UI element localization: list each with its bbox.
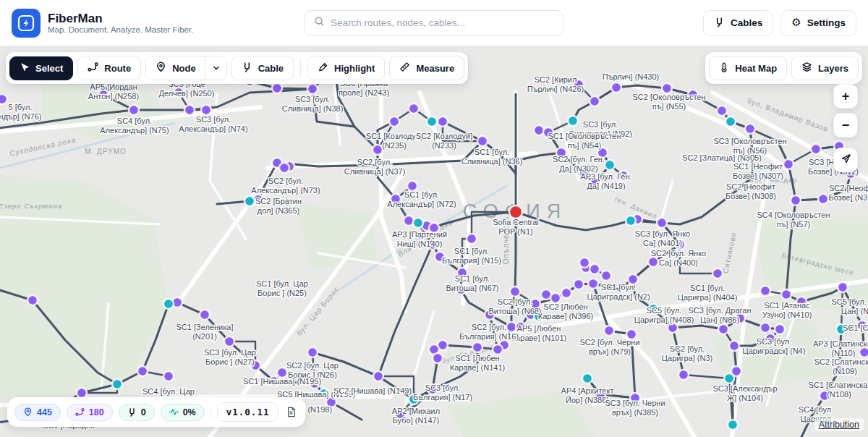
map-node-access[interactable] <box>568 116 578 126</box>
map-node-splice[interactable] <box>678 370 689 380</box>
node-dropdown-chevron[interactable] <box>205 56 226 80</box>
map-node-splice[interactable] <box>200 310 210 320</box>
map-node-splice[interactable] <box>811 144 821 154</box>
cables-count-badge[interactable]: 0 <box>119 404 155 421</box>
nodes-count-badge[interactable]: 445 <box>14 404 61 421</box>
map-node-splice[interactable] <box>579 258 590 268</box>
map-node-splice[interactable] <box>27 295 38 305</box>
heat-map-button[interactable]: Heat Map <box>709 56 787 80</box>
map-node-splice[interactable] <box>477 136 488 146</box>
map-toolbar: Select Route Node <box>6 52 468 84</box>
map-node-splice[interactable] <box>534 125 544 135</box>
map-node-access[interactable] <box>112 379 122 389</box>
attribution-link[interactable]: Attribution <box>814 418 864 431</box>
map-node-splice[interactable] <box>662 83 672 93</box>
map-node-splice[interactable] <box>407 181 417 191</box>
layers-button[interactable]: Layers <box>791 56 859 80</box>
map-node-splice[interactable] <box>859 347 868 357</box>
map-node-splice[interactable] <box>574 279 584 289</box>
map-node-splice[interactable] <box>129 105 139 115</box>
route-tool-button[interactable]: Route <box>77 56 141 80</box>
measure-tool-button[interactable]: Measure <box>389 56 464 80</box>
map-node-splice[interactable] <box>657 218 667 228</box>
map-node-splice[interactable] <box>438 116 448 127</box>
load-percent-badge[interactable]: 0% <box>161 404 205 421</box>
map-node-splice[interactable] <box>409 103 419 114</box>
map-node-splice[interactable] <box>307 84 318 94</box>
map-node-splice[interactable] <box>838 282 848 292</box>
map-node-splice[interactable] <box>783 159 793 169</box>
map-node-access[interactable] <box>413 218 423 228</box>
search-input[interactable] <box>331 17 554 28</box>
map-canvas[interactable]: М. ДРУМОСуходолска рекаВладайска рекабул… <box>0 46 868 437</box>
map-node-splice[interactable] <box>668 323 678 333</box>
map-node-splice[interactable] <box>163 371 174 381</box>
map-node-splice[interactable] <box>590 96 600 106</box>
map-node-splice[interactable] <box>224 336 234 347</box>
map-node-splice[interactable] <box>472 342 482 352</box>
map-node-access[interactable] <box>163 299 174 309</box>
map-node-splice[interactable] <box>604 326 614 336</box>
map-node-splice[interactable] <box>611 82 621 93</box>
app-header: FiberMan Map. Document. Analyze. Master … <box>0 0 868 46</box>
map-node-splice[interactable] <box>0 94 7 104</box>
node-tool-button[interactable]: Node <box>146 56 205 80</box>
map-node-splice[interactable] <box>272 83 282 93</box>
map-node-splice[interactable] <box>550 293 561 303</box>
map-node-splice[interactable] <box>373 145 383 155</box>
map-node-splice[interactable] <box>307 347 318 357</box>
map-node-access[interactable] <box>605 160 615 170</box>
map-node-splice[interactable] <box>712 268 723 279</box>
cable-tool-button[interactable]: Cable <box>231 56 294 80</box>
navigation-arrow-icon <box>841 153 851 168</box>
map-node-access[interactable] <box>244 196 255 206</box>
locate-button[interactable] <box>833 148 858 172</box>
map-node-splice[interactable] <box>718 324 728 334</box>
map-node-splice[interactable] <box>467 234 477 244</box>
map-node-splice[interactable] <box>588 279 598 289</box>
map-node-splice[interactable] <box>561 288 571 298</box>
map-node-splice[interactable] <box>717 106 727 116</box>
cables-button[interactable]: Cables <box>703 10 773 36</box>
settings-button[interactable]: ⚙ Settings <box>780 10 856 36</box>
map-node-splice[interactable] <box>279 163 289 173</box>
map-node-splice[interactable] <box>77 388 87 398</box>
map-node-splice[interactable] <box>745 124 755 134</box>
search-bar[interactable] <box>305 10 563 36</box>
map-node-access[interactable] <box>626 216 636 226</box>
map-node-access[interactable] <box>427 116 437 127</box>
zoom-in-button[interactable]: + <box>833 84 858 109</box>
cursor-icon <box>20 62 30 75</box>
map-node-splice[interactable] <box>601 271 611 281</box>
highlight-tool-button[interactable]: Highlight <box>307 56 385 80</box>
map-node-splice[interactable] <box>818 194 828 204</box>
map-node-access[interactable] <box>726 116 736 127</box>
changelog-button[interactable] <box>284 405 298 419</box>
map-node-pop[interactable] <box>509 205 522 218</box>
map-node-splice[interactable] <box>433 353 443 363</box>
map-node-splice[interactable] <box>760 286 770 296</box>
map-node-splice[interactable] <box>590 264 600 274</box>
map-node-splice[interactable] <box>201 105 211 115</box>
map-node-splice[interactable] <box>137 366 148 376</box>
map-node-splice[interactable] <box>373 371 383 381</box>
map-node-splice[interactable] <box>791 195 801 205</box>
map-node-access[interactable] <box>728 420 738 430</box>
map-node-splice[interactable] <box>389 116 399 127</box>
map-node-splice[interactable] <box>510 287 520 297</box>
app-title: FiberMan <box>48 12 193 26</box>
map-node-splice[interactable] <box>775 324 785 334</box>
map-node-splice[interactable] <box>781 289 791 300</box>
map-node-access[interactable] <box>582 373 592 383</box>
map-node-splice[interactable] <box>648 257 658 267</box>
select-tool-button[interactable]: Select <box>9 56 73 80</box>
map-node-splice[interactable] <box>184 105 195 115</box>
map-node-splice[interactable] <box>493 344 503 355</box>
map-node-splice[interactable] <box>277 368 287 378</box>
routes-count-badge[interactable]: 180 <box>67 404 113 421</box>
map-node-splice[interactable] <box>404 216 414 226</box>
map-node-splice[interactable] <box>729 341 739 351</box>
map-node-splice[interactable] <box>760 323 770 333</box>
map-node-access[interactable] <box>724 373 734 383</box>
zoom-out-button[interactable]: − <box>833 113 858 137</box>
